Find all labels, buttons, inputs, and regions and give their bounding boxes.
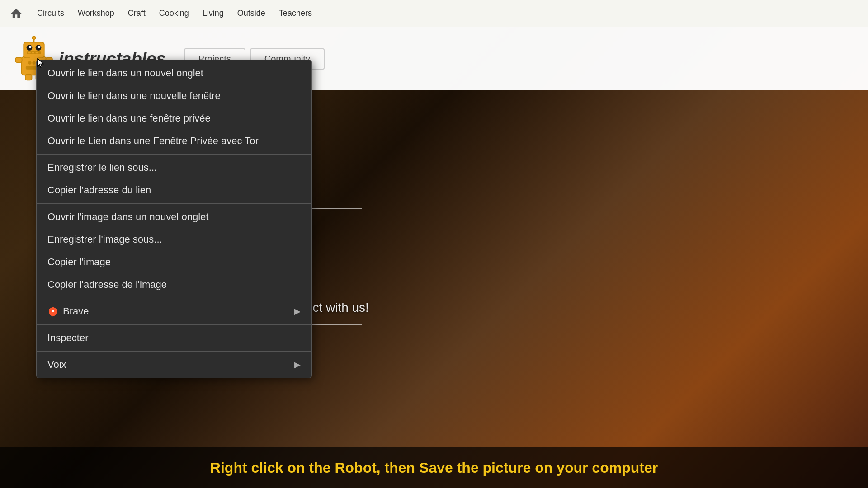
separator-1 [37, 154, 311, 155]
context-menu: Ouvrir le lien dans un nouvel onglet Ouv… [36, 60, 312, 378]
top-navigation: Circuits Workshop Craft Cooking Living O… [0, 0, 868, 27]
brave-arrow-icon: ▶ [294, 306, 301, 316]
svg-rect-11 [32, 52, 34, 54]
nav-cooking[interactable]: Cooking [159, 9, 189, 18]
separator-3 [37, 298, 311, 298]
menu-open-image-tab[interactable]: Ouvrir l'image dans un nouvel onglet [37, 206, 311, 228]
svg-point-18 [32, 61, 35, 64]
menu-open-new-window[interactable]: Ouvrir le lien dans une nouvelle fenêtre [37, 84, 311, 107]
menu-copy-image[interactable]: Copier l'image [37, 251, 311, 273]
svg-point-8 [32, 36, 35, 39]
svg-rect-1 [24, 42, 44, 58]
menu-open-tor[interactable]: Ouvrir le Lien dans une Fenêtre Privée a… [37, 130, 311, 152]
nav-circuits[interactable]: Circuits [37, 9, 64, 18]
nav-living[interactable]: Living [203, 9, 224, 18]
menu-inspect[interactable]: Inspecter [37, 327, 311, 349]
menu-voice[interactable]: Voix ▶ [37, 353, 311, 376]
svg-rect-12 [36, 52, 38, 54]
nav-outside[interactable]: Outside [237, 9, 265, 18]
svg-point-5 [29, 46, 31, 48]
separator-4 [37, 324, 311, 325]
menu-open-new-tab[interactable]: Ouvrir le lien dans un nouvel onglet [37, 62, 311, 84]
svg-rect-10 [28, 52, 30, 54]
bottom-instruction-bar: Right click on the Robot, then Save the … [0, 447, 868, 488]
separator-5 [37, 351, 311, 352]
brave-icon [47, 306, 58, 317]
voice-arrow-icon: ▶ [294, 360, 301, 370]
menu-save-link[interactable]: Enregistrer le lien sous... [37, 156, 311, 179]
menu-copy-image-addr[interactable]: Copier l'adresse de l'image [37, 273, 311, 296]
menu-copy-link[interactable]: Copier l'adresse du lien [37, 179, 311, 202]
svg-rect-2 [30, 56, 38, 58]
svg-point-17 [28, 61, 31, 64]
nav-teachers[interactable]: Teachers [279, 9, 312, 18]
svg-rect-15 [25, 75, 32, 80]
instruction-text: Right click on the Robot, then Save the … [210, 460, 658, 476]
menu-brave[interactable]: Brave ▶ [37, 300, 311, 323]
menu-save-image[interactable]: Enregistrer l'image sous... [37, 228, 311, 251]
svg-rect-13 [15, 57, 22, 62]
separator-2 [37, 203, 311, 204]
svg-point-6 [38, 46, 40, 48]
nav-workshop[interactable]: Workshop [78, 9, 114, 18]
home-button[interactable] [9, 6, 24, 21]
menu-open-private[interactable]: Ouvrir le lien dans une fenêtre privée [37, 107, 311, 130]
nav-craft[interactable]: Craft [128, 9, 146, 18]
